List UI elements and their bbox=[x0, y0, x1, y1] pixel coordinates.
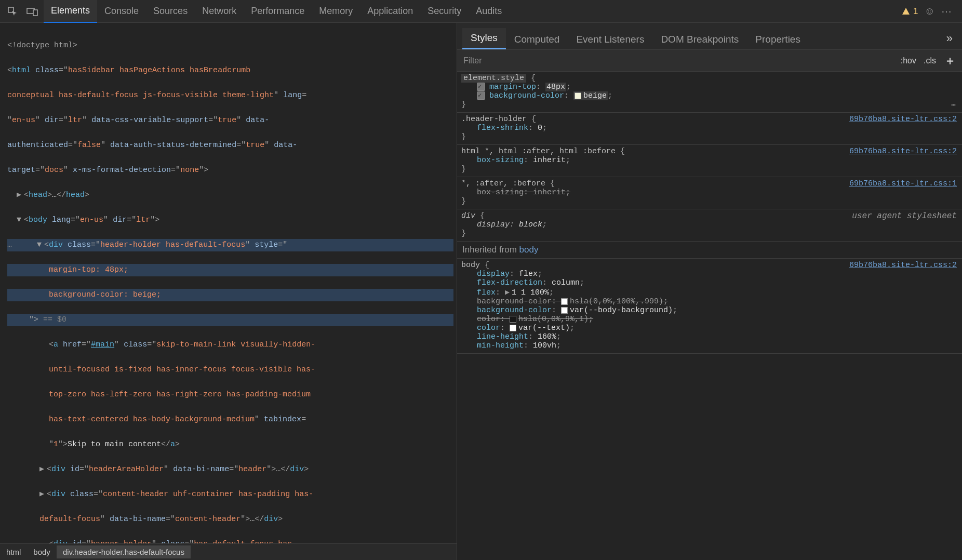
subtab-styles[interactable]: Styles bbox=[462, 28, 506, 49]
source-link[interactable]: 69b76ba8.site-ltr.css:2 bbox=[849, 115, 957, 124]
tab-security[interactable]: Security bbox=[420, 0, 469, 23]
styles-pane: Styles Computed Event Listeners DOM Brea… bbox=[457, 23, 962, 560]
svg-rect-2 bbox=[33, 10, 37, 16]
tab-sources[interactable]: Sources bbox=[146, 0, 195, 23]
warning-badge[interactable]: 1 bbox=[902, 6, 918, 17]
selected-node[interactable]: …▼<div class="header-holder has-default-… bbox=[7, 239, 453, 251]
ua-source: user agent stylesheet bbox=[852, 211, 957, 221]
more-icon[interactable]: ⋯ bbox=[951, 100, 957, 110]
tab-elements[interactable]: Elements bbox=[44, 0, 97, 23]
tab-audits[interactable]: Audits bbox=[469, 0, 509, 23]
subtab-properties[interactable]: Properties bbox=[747, 30, 809, 49]
rule-ua-div[interactable]: user agent stylesheet div { display: blo… bbox=[457, 209, 962, 242]
subtab-eventlisteners[interactable]: Event Listeners bbox=[568, 30, 652, 49]
cls-toggle[interactable]: .cls bbox=[924, 56, 936, 65]
crumb-selected[interactable]: div.header-holder.has-default-focus bbox=[57, 545, 191, 558]
color-swatch-icon[interactable] bbox=[510, 316, 516, 323]
breadcrumb: html body div.header-holder.has-default-… bbox=[0, 543, 457, 560]
source-link[interactable]: 69b76ba8.site-ltr.css:1 bbox=[849, 179, 957, 188]
color-swatch-icon[interactable] bbox=[561, 307, 568, 314]
feedback-icon[interactable]: ☺ bbox=[925, 5, 935, 17]
doctype: <!doctype html> bbox=[7, 41, 77, 50]
subtab-dombreakpoints[interactable]: DOM Breakpoints bbox=[652, 30, 747, 49]
styles-filter-row: :hov .cls ＋ bbox=[457, 50, 962, 72]
devtools-toolbar: Elements Console Sources Network Perform… bbox=[0, 0, 962, 23]
tab-performance[interactable]: Performance bbox=[244, 0, 312, 23]
rule-body[interactable]: 69b76ba8.site-ltr.css:2 body { display: … bbox=[457, 259, 962, 354]
rule-header-holder[interactable]: 69b76ba8.site-ltr.css:2 .header-holder {… bbox=[457, 113, 962, 145]
tab-console[interactable]: Console bbox=[97, 0, 146, 23]
new-rule-button[interactable]: ＋ bbox=[944, 53, 956, 69]
expand-icon[interactable]: ▶ bbox=[505, 287, 510, 297]
checkbox-icon[interactable] bbox=[477, 91, 485, 100]
crumb-html[interactable]: html bbox=[0, 545, 27, 558]
checkbox-icon[interactable] bbox=[477, 83, 485, 91]
styles-body: element.style { margin-top: 48px; backgr… bbox=[457, 72, 962, 560]
color-swatch-icon[interactable] bbox=[574, 92, 581, 99]
rule-star[interactable]: 69b76ba8.site-ltr.css:1 *, :after, :befo… bbox=[457, 177, 962, 209]
crumb-body[interactable]: body bbox=[27, 545, 57, 558]
color-swatch-icon[interactable] bbox=[510, 325, 516, 331]
subtab-computed[interactable]: Computed bbox=[506, 30, 568, 49]
inherited-from-separator: Inherited from body bbox=[457, 242, 962, 259]
elements-left-pane: <!doctype html> <html class="hasSidebar … bbox=[0, 23, 457, 560]
source-link[interactable]: 69b76ba8.site-ltr.css:2 bbox=[849, 147, 957, 156]
more-icon[interactable]: ⋯ bbox=[941, 5, 953, 18]
panel-tabs: Elements Console Sources Network Perform… bbox=[44, 0, 902, 23]
warning-count: 1 bbox=[913, 6, 918, 17]
styles-filter-input[interactable] bbox=[463, 56, 893, 65]
tab-memory[interactable]: Memory bbox=[312, 0, 360, 23]
device-toggle-icon[interactable] bbox=[24, 3, 41, 20]
dom-tree[interactable]: <!doctype html> <html class="hasSidebar … bbox=[0, 23, 457, 543]
tab-network[interactable]: Network bbox=[195, 0, 244, 23]
source-link[interactable]: 69b76ba8.site-ltr.css:2 bbox=[849, 261, 957, 270]
rule-html-star[interactable]: 69b76ba8.site-ltr.css:2 html *, html :af… bbox=[457, 145, 962, 177]
tab-application[interactable]: Application bbox=[360, 0, 420, 23]
rule-element-style[interactable]: element.style { margin-top: 48px; backgr… bbox=[457, 72, 962, 113]
subtabs-more-icon[interactable]: » bbox=[937, 28, 962, 49]
color-swatch-icon[interactable] bbox=[561, 298, 568, 305]
hov-toggle[interactable]: :hov bbox=[901, 56, 916, 65]
styles-subtabs: Styles Computed Event Listeners DOM Brea… bbox=[457, 23, 962, 50]
inspect-icon[interactable] bbox=[4, 3, 21, 20]
